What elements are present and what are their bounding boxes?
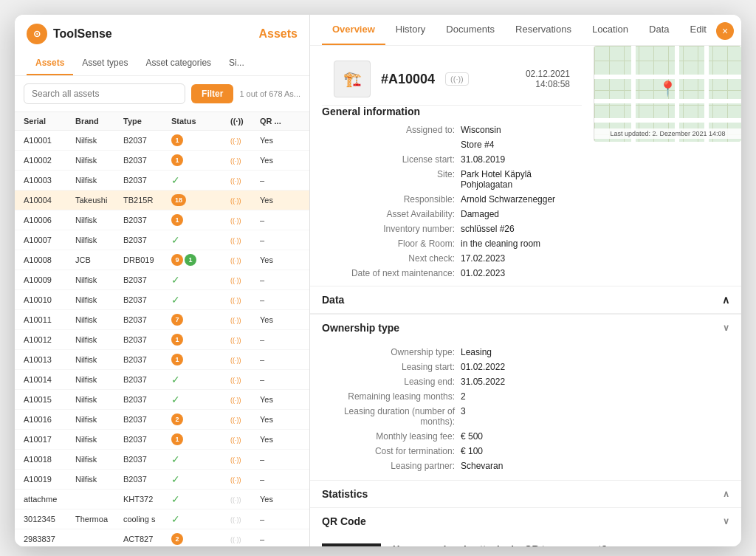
tab-sites[interactable]: Si...	[220, 52, 253, 75]
cell-type: B2037	[123, 395, 171, 404]
cell-signal: ((·))	[230, 515, 260, 524]
table-row[interactable]: A10002 Nilfisk B2037 1 ((·)) Yes	[15, 151, 309, 171]
cell-qr: –	[260, 375, 289, 384]
label-assigned-to: Assigned to:	[322, 125, 455, 135]
table-row[interactable]: A10006 Nilfisk B2037 1 ((·)) –	[15, 210, 309, 230]
table-row[interactable]: A10011 Nilfisk B2037 7 ((·)) Yes	[15, 310, 309, 330]
table-row[interactable]: attachme KHT372 ✓ ((·)) Yes	[15, 490, 309, 509]
label-license-start: License start:	[322, 154, 455, 165]
cell-status: ✓	[171, 174, 230, 186]
label-termination-cost: Cost for termination:	[322, 446, 455, 456]
cell-signal: ((·))	[230, 455, 260, 464]
cell-signal: ((·))	[230, 475, 260, 484]
table-row[interactable]: A10018 Nilfisk B2037 ✓ ((·)) –	[15, 450, 309, 470]
cell-status: 1	[171, 214, 230, 226]
table-row[interactable]: A10016 Nilfisk B2037 2 ((·)) Yes	[15, 410, 309, 430]
ownership-section: Ownership type ∨ Ownership type: Leasing…	[310, 315, 741, 481]
value-assigned-to: Wisconsin	[461, 125, 582, 135]
value-ownership-type: Leasing	[461, 347, 729, 357]
table-row[interactable]: A10012 Nilfisk B2037 1 ((·)) –	[15, 330, 309, 350]
label-ownership-type: Ownership type:	[322, 347, 455, 357]
cell-type: B2037	[123, 176, 171, 185]
cell-status: ✓	[171, 394, 230, 405]
map-thumbnail[interactable]: 📍 Last updated: 2. Dezember 2021 14:08	[594, 46, 741, 142]
close-button[interactable]: ×	[716, 22, 734, 40]
statistics-section-header[interactable]: Statistics ∧	[310, 481, 741, 507]
tab-edit[interactable]: Edit	[680, 15, 717, 45]
table-row[interactable]: A10007 Nilfisk B2037 ✓ ((·)) –	[15, 230, 309, 250]
label-remaining-months: Remaining leasing months:	[322, 391, 455, 402]
cell-brand: Thermoa	[75, 515, 123, 524]
statistics-section: Statistics ∧	[310, 481, 741, 508]
table-row[interactable]: 3012345 Thermoa cooling s ✓ ((·)) –	[15, 509, 309, 529]
tab-assets[interactable]: Assets	[27, 52, 73, 75]
cell-status: 1	[171, 433, 230, 445]
tab-history[interactable]: History	[385, 15, 436, 45]
qr-section-header[interactable]: QR Code ∨	[310, 508, 741, 535]
cell-type: TB215R	[123, 196, 171, 205]
table-row[interactable]: A10008 JCB DRB019 91 ((·)) Yes	[15, 250, 309, 270]
cell-status: ✓	[171, 374, 230, 385]
tab-asset-categories[interactable]: Asset categories	[137, 52, 220, 75]
value-next-check: 17.02.2023	[461, 253, 582, 264]
cell-type: B2037	[123, 275, 171, 284]
cell-type: B2037	[123, 435, 171, 444]
cell-serial: A10016	[24, 415, 75, 424]
brand-logo: ⊙ ToolSense	[27, 24, 112, 44]
cell-type: cooling s	[123, 515, 171, 524]
tab-data[interactable]: Data	[639, 15, 679, 45]
table-row[interactable]: A10017 Nilfisk B2037 1 ((·)) Yes	[15, 430, 309, 450]
cell-qr: –	[260, 515, 289, 524]
cell-signal: ((·))	[230, 315, 260, 324]
cell-serial: A10011	[24, 315, 75, 324]
cell-serial: A10010	[24, 295, 75, 304]
data-section-header[interactable]: Data ∧	[310, 286, 741, 314]
search-input[interactable]	[24, 83, 185, 104]
filter-button[interactable]: Filter	[191, 84, 233, 103]
cell-serial: A10012	[24, 335, 75, 344]
value-remaining-months: 2	[461, 391, 729, 402]
tab-reservations[interactable]: Reservations	[505, 15, 582, 45]
right-content: 🏗️ #A10004 ((·)) 02.12.2021 14:08:58 Gen…	[310, 46, 741, 546]
cell-signal: ((·))	[230, 236, 260, 244]
cell-signal: ((·))	[230, 196, 260, 205]
cell-brand: Nilfisk	[75, 335, 123, 344]
table-row[interactable]: A10013 Nilfisk B2037 1 ((·)) –	[15, 350, 309, 370]
cell-serial: 2983837	[24, 535, 75, 543]
cell-qr: –	[260, 295, 289, 304]
qr-title: QR Code	[322, 515, 366, 527]
ownership-grid: Ownership type: Leasing Leasing start: 0…	[322, 347, 729, 471]
cell-signal: ((·))	[230, 216, 260, 224]
table-row[interactable]: A10015 Nilfisk B2037 ✓ ((·)) Yes	[15, 390, 309, 410]
cell-status: 7	[171, 314, 230, 326]
cell-brand: Takeushi	[75, 196, 123, 205]
table-row[interactable]: A10001 Nilfisk B2037 1 ((·)) Yes	[15, 131, 309, 151]
cell-status: ✓	[171, 234, 230, 246]
table-row[interactable]: 2983837 ACT827 2 ((·)) –	[15, 529, 309, 546]
qr-code-image	[322, 543, 381, 546]
data-chevron-icon: ∧	[722, 294, 729, 306]
value-availability: Damaged	[461, 209, 582, 219]
label-leasing-start: Leasing start:	[322, 362, 455, 372]
cell-status: 2	[171, 413, 230, 425]
tab-asset-types[interactable]: Asset types	[73, 52, 137, 75]
map-last-updated: Last updated: 2. Dezember 2021 14:08	[594, 128, 741, 139]
tab-overview[interactable]: Overview	[322, 15, 385, 45]
table-row[interactable]: A10019 Nilfisk B2037 ✓ ((·)) –	[15, 470, 309, 490]
table-row[interactable]: A10009 Nilfisk B2037 ✓ ((·)) –	[15, 270, 309, 290]
table-row[interactable]: A10004 Takeushi TB215R 18 ((·)) Yes	[15, 191, 309, 210]
table-row[interactable]: A10010 Nilfisk B2037 ✓ ((·)) –	[15, 290, 309, 310]
brand-name: ToolSense	[53, 27, 112, 41]
ownership-section-header[interactable]: Ownership type ∨	[310, 315, 741, 341]
right-panel: Overview History Documents Reservations …	[310, 15, 741, 546]
table-row[interactable]: A10003 Nilfisk B2037 ✓ ((·)) –	[15, 171, 309, 191]
tab-documents[interactable]: Documents	[436, 15, 505, 45]
label-next-maintenance: Date of next maintenance:	[322, 268, 455, 278]
asset-info-bar: 🏗️ #A10004 ((·)) 02.12.2021 14:08:58	[322, 53, 582, 106]
cell-signal: ((·))	[230, 255, 260, 264]
cell-signal: ((·))	[230, 136, 260, 145]
tab-location[interactable]: Location	[582, 15, 639, 45]
value-responsible: Arnold Schwarzenegger	[461, 194, 582, 205]
table-row[interactable]: A10014 Nilfisk B2037 ✓ ((·)) –	[15, 370, 309, 390]
ownership-section-body: Ownership type: Leasing Leasing start: 0…	[310, 341, 741, 480]
